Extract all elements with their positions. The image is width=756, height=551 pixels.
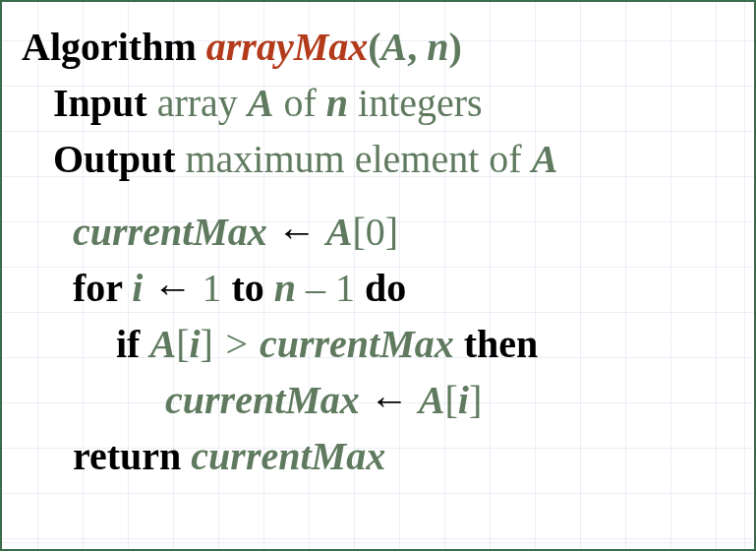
var-currentmax: currentMax xyxy=(165,378,360,422)
one-2: 1 xyxy=(335,266,355,310)
input-text-3: integers xyxy=(348,81,483,125)
input-line: Input array A of n integers xyxy=(22,76,734,132)
pseudocode-box: Algorithm arrayMax(A, n) Input array A o… xyxy=(0,0,756,551)
bracket-close: ] xyxy=(201,322,213,366)
keyword-then: then xyxy=(454,322,539,366)
comma: , xyxy=(407,25,427,69)
output-text-1: maximum element of xyxy=(176,137,532,181)
input-text-1: array xyxy=(147,81,248,125)
output-A: A xyxy=(532,137,558,181)
keyword-do: do xyxy=(355,266,406,310)
init-line: currentMax ← A[0] xyxy=(22,205,734,261)
index-i: i xyxy=(189,322,200,366)
algorithm-name: arrayMax xyxy=(206,25,368,69)
minus: – xyxy=(296,266,335,310)
bracket-close: ] xyxy=(469,378,482,422)
input-n: n xyxy=(326,81,348,125)
keyword-return: return xyxy=(73,434,191,478)
bracket-open: [ xyxy=(353,210,366,254)
index-zero: 0 xyxy=(366,210,385,254)
keyword-to: to xyxy=(221,266,273,310)
var-n: n xyxy=(274,266,296,310)
input-A: A xyxy=(248,81,274,125)
bracket-open: [ xyxy=(176,322,189,366)
assign-line: currentMax ← A[i] xyxy=(22,373,734,429)
assign-arrow: ← xyxy=(143,266,202,310)
one: 1 xyxy=(202,266,221,310)
array-A: A xyxy=(419,378,445,422)
return-line: return currentMax xyxy=(22,429,734,485)
array-A: A xyxy=(326,210,353,254)
keyword-output: Output xyxy=(53,137,176,181)
keyword-if: if xyxy=(116,322,149,366)
var-currentmax: currentMax xyxy=(191,434,385,478)
param-n: n xyxy=(427,25,448,69)
bracket-open: [ xyxy=(445,378,458,422)
if-line: if A[i] > currentMax then xyxy=(22,317,734,373)
keyword-for: for xyxy=(73,266,132,310)
paren-open: ( xyxy=(368,25,380,69)
paren-close: ) xyxy=(448,25,461,69)
keyword-algorithm: Algorithm xyxy=(22,25,197,69)
var-currentmax: currentMax xyxy=(260,322,454,366)
output-line: Output maximum element of A xyxy=(22,132,734,188)
algorithm-header-line: Algorithm arrayMax(A, n) xyxy=(22,20,734,76)
for-line: for i ← 1 to n – 1 do xyxy=(22,261,734,317)
blank-gap xyxy=(22,187,734,205)
keyword-input: Input xyxy=(53,81,147,125)
input-text-2: of xyxy=(273,81,325,125)
assign-arrow: ← xyxy=(360,378,419,422)
bracket-close: ] xyxy=(385,210,398,254)
assign-arrow: ← xyxy=(267,210,326,254)
var-i: i xyxy=(132,266,143,310)
index-i: i xyxy=(458,378,469,422)
array-A: A xyxy=(149,322,176,366)
param-a: A xyxy=(381,25,408,69)
var-currentmax: currentMax xyxy=(73,210,267,254)
gt-op: > xyxy=(213,322,260,366)
